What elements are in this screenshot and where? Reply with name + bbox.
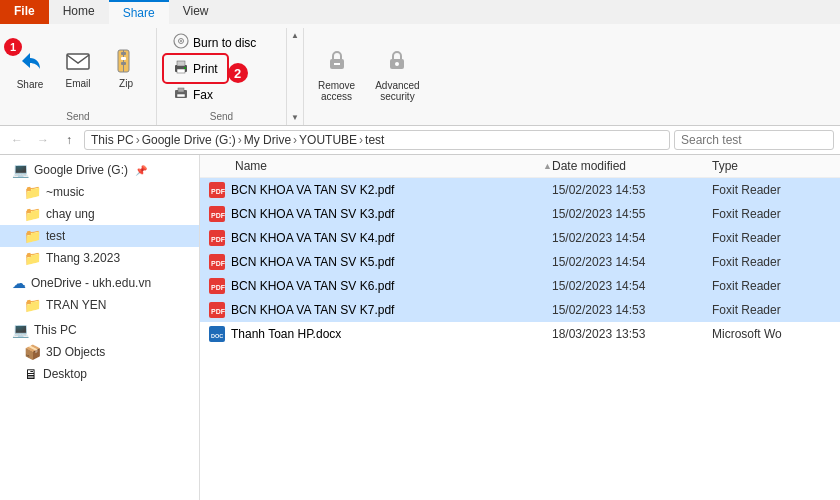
file-row-k3[interactable]: PDF BCN KHOA VA TAN SV K3.pdf 15/02/2023… xyxy=(200,202,840,226)
share-button[interactable]: 1 Share xyxy=(8,44,52,93)
print-icon xyxy=(173,59,189,78)
pdf-icon-k7: PDF xyxy=(208,301,226,319)
sidebar-item-desktop[interactable]: 🖥 Desktop xyxy=(0,363,199,385)
nav-back[interactable]: ← xyxy=(6,129,28,151)
svg-rect-14 xyxy=(178,88,184,92)
burn-label: Burn to disc xyxy=(193,36,256,50)
col-header-date[interactable]: Date modified xyxy=(552,159,712,173)
svg-text:PDF: PDF xyxy=(211,188,226,195)
tab-file[interactable]: File xyxy=(0,0,49,24)
svg-rect-5 xyxy=(121,62,126,65)
sidebar-item-thang[interactable]: 📁 Thang 3.2023 xyxy=(0,247,199,269)
badge-2: 2 xyxy=(228,63,248,83)
scroll-up[interactable]: ▲ xyxy=(289,30,301,41)
file-row-k5[interactable]: PDF BCN KHOA VA TAN SV K5.pdf 15/02/2023… xyxy=(200,250,840,274)
col-header-type[interactable]: Type xyxy=(712,159,832,173)
filename-k6: BCN KHOA VA TAN SV K6.pdf xyxy=(231,279,552,293)
tab-share[interactable]: Share xyxy=(109,0,169,24)
filedate-k7: 15/02/2023 14:53 xyxy=(552,303,712,317)
share-with-group: Burn to disc Print 2 xyxy=(157,28,287,125)
col-header-name[interactable]: Name xyxy=(231,159,543,173)
sidebar-item-music[interactable]: 📁 ~music xyxy=(0,181,199,203)
sidebar-item-test[interactable]: 📁 test xyxy=(0,225,199,247)
print-button[interactable]: Print 2 xyxy=(165,56,226,81)
address-bar: ← → ↑ This PC › Google Drive (G:) › My D… xyxy=(0,126,840,155)
filename-k5: BCN KHOA VA TAN SV K5.pdf xyxy=(231,255,552,269)
file-list: Name ▲ Date modified Type PDF BCN KHOA V… xyxy=(200,155,840,500)
sidebar-label-tranyen: TRAN YEN xyxy=(46,298,106,312)
sidebar-item-googledrive[interactable]: 💻 Google Drive (G:) 📌 xyxy=(0,159,199,181)
filename-k2: BCN KHOA VA TAN SV K2.pdf xyxy=(231,183,552,197)
file-row-k4[interactable]: PDF BCN KHOA VA TAN SV K4.pdf 15/02/2023… xyxy=(200,226,840,250)
bc-sep2: › xyxy=(238,133,242,147)
advanced-security-group: Removeaccess Advancedsecurity xyxy=(304,28,434,125)
fax-button[interactable]: Fax xyxy=(165,82,221,107)
sidebar-label-3dobjects: 3D Objects xyxy=(46,345,105,359)
bc-sep1: › xyxy=(136,133,140,147)
filetype-k2: Foxit Reader xyxy=(712,183,832,197)
share-with-label: Send xyxy=(210,109,233,125)
pdf-icon-k3: PDF xyxy=(208,205,226,223)
disc-icon xyxy=(173,33,189,52)
filename-k4: BCN KHOA VA TAN SV K4.pdf xyxy=(231,231,552,245)
svg-rect-15 xyxy=(177,94,185,97)
ribbon-tabs: File Home Share View xyxy=(0,0,840,24)
email-button[interactable]: Email xyxy=(56,45,100,92)
svg-text:PDF: PDF xyxy=(211,212,226,219)
svg-rect-4 xyxy=(121,57,126,60)
zip-btn-label: Zip xyxy=(119,78,133,89)
advanced-security-button[interactable]: Advancedsecurity xyxy=(369,43,425,105)
test-folder-icon: 📁 xyxy=(24,228,41,244)
nav-up[interactable]: ↑ xyxy=(58,129,80,151)
sidebar-label-chayung: chay ung xyxy=(46,207,95,221)
sidebar-item-onedrive[interactable]: ☁ OneDrive - ukh.edu.vn xyxy=(0,269,199,294)
googledrive-icon: 💻 xyxy=(12,162,29,178)
scroll-down[interactable]: ▼ xyxy=(289,112,301,123)
bc-part5: test xyxy=(365,133,384,147)
filedate-k6: 15/02/2023 14:54 xyxy=(552,279,712,293)
zip-button[interactable]: Zip xyxy=(104,45,148,92)
breadcrumb[interactable]: This PC › Google Drive (G:) › My Drive ›… xyxy=(84,130,670,150)
tranyen-folder-icon: 📁 xyxy=(24,297,41,313)
tab-home[interactable]: Home xyxy=(49,0,109,24)
advanced-security-label: Advancedsecurity xyxy=(375,80,419,102)
email-icon xyxy=(65,48,91,78)
sidebar-label-music: ~music xyxy=(46,185,84,199)
svg-text:DOC: DOC xyxy=(211,333,223,339)
file-row-k7[interactable]: PDF BCN KHOA VA TAN SV K7.pdf 15/02/2023… xyxy=(200,298,840,322)
docx-icon-thanhtoan: DOC xyxy=(208,325,226,343)
share-with-items: Burn to disc Print 2 xyxy=(165,28,264,109)
remove-access-button[interactable]: Removeaccess xyxy=(312,43,361,105)
print-label: Print xyxy=(193,62,218,76)
sidebar-item-thispc[interactable]: 💻 This PC xyxy=(0,316,199,341)
sidebar: 💻 Google Drive (G:) 📌 📁 ~music 📁 chay un… xyxy=(0,155,200,500)
sidebar-item-chayung[interactable]: 📁 chay ung xyxy=(0,203,199,225)
file-row-thanhtoan[interactable]: DOC Thanh Toan HP.docx 18/03/2023 13:53 … xyxy=(200,322,840,346)
ribbon: File Home Share View 1 Share xyxy=(0,0,840,126)
chayung-folder-icon: 📁 xyxy=(24,206,41,222)
svg-point-19 xyxy=(395,62,399,66)
pdf-icon-k2: PDF xyxy=(208,181,226,199)
sidebar-item-tranyen[interactable]: 📁 TRAN YEN xyxy=(0,294,199,316)
remove-access-label: Removeaccess xyxy=(318,80,355,102)
bc-part4: YOUTUBE xyxy=(299,133,357,147)
svg-point-8 xyxy=(180,40,182,42)
svg-rect-0 xyxy=(67,54,89,69)
pin-icon: 📌 xyxy=(135,165,147,176)
burn-to-disc-button[interactable]: Burn to disc xyxy=(165,30,264,55)
svg-point-12 xyxy=(184,67,186,69)
share-btn-label: Share xyxy=(17,79,44,90)
bc-part1: This PC xyxy=(91,133,134,147)
file-row-k6[interactable]: PDF BCN KHOA VA TAN SV K6.pdf 15/02/2023… xyxy=(200,274,840,298)
sidebar-item-3dobjects[interactable]: 📦 3D Objects xyxy=(0,341,199,363)
tab-view[interactable]: View xyxy=(169,0,223,24)
filetype-thanhtoan: Microsoft Wo xyxy=(712,327,832,341)
bc-sep4: › xyxy=(359,133,363,147)
file-row-k2[interactable]: PDF BCN KHOA VA TAN SV K2.pdf 15/02/2023… xyxy=(200,178,840,202)
sidebar-label-test: test xyxy=(46,229,65,243)
fax-icon xyxy=(173,85,189,104)
nav-forward[interactable]: → xyxy=(32,129,54,151)
desktop-icon: 🖥 xyxy=(24,366,38,382)
pdf-icon-k6: PDF xyxy=(208,277,226,295)
search-input[interactable] xyxy=(674,130,834,150)
